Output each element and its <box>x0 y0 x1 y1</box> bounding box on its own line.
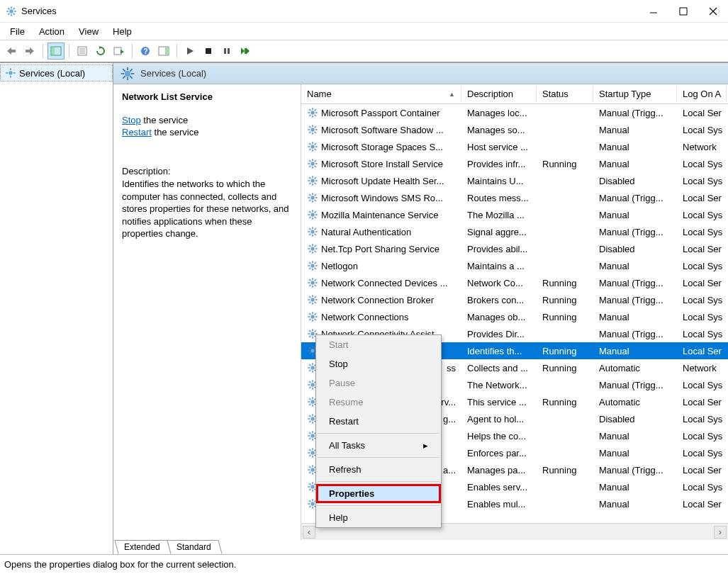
close-button[interactable] <box>707 5 719 18</box>
svg-line-202 <box>309 387 310 388</box>
table-row[interactable]: NetlogonMaintains a ...ManualLocal Sys <box>301 257 728 274</box>
svg-marker-15 <box>30 47 34 55</box>
cell-logon: Local Ser <box>677 242 727 256</box>
cm-pause[interactable]: Pause <box>316 373 441 393</box>
menu-help[interactable]: Help <box>106 24 139 39</box>
scroll-right-icon[interactable]: › <box>714 526 727 539</box>
cm-resume[interactable]: Resume <box>316 393 441 412</box>
pause-service-button[interactable] <box>218 43 235 60</box>
svg-rect-16 <box>26 50 30 52</box>
cell-status <box>537 111 593 114</box>
cell-logon: Local Ser <box>677 276 727 290</box>
tab-extended[interactable]: Extended <box>114 540 171 554</box>
svg-line-218 <box>309 415 310 417</box>
cell-startup: Manual (Trigg... <box>593 225 677 239</box>
svg-point-222 <box>310 434 314 437</box>
svg-line-92 <box>309 177 310 179</box>
svg-line-94 <box>309 183 310 184</box>
cell-logon: Local Sys <box>677 378 727 392</box>
cm-start[interactable]: Start <box>316 335 441 354</box>
table-row[interactable]: Mozilla Maintenance ServiceThe Mozilla .… <box>301 206 728 223</box>
svg-point-249 <box>310 485 314 488</box>
cell-startup: Manual <box>593 259 677 273</box>
cell-desc: Maintains a ... <box>461 259 537 273</box>
column-description[interactable]: Description <box>461 86 537 102</box>
table-row[interactable]: Microsoft Software Shadow ...Manages so.… <box>301 121 728 138</box>
refresh-button[interactable] <box>92 43 109 60</box>
cell-startup: Manual <box>593 208 677 222</box>
svg-line-111 <box>315 217 316 218</box>
column-logon[interactable]: Log On A <box>677 86 727 102</box>
table-row[interactable]: Network Connected Devices ...Network Co.… <box>301 274 728 291</box>
cm-refresh[interactable]: Refresh <box>316 460 441 479</box>
svg-point-96 <box>310 196 314 199</box>
action-pane-button[interactable] <box>155 43 172 60</box>
show-hide-console-tree-button[interactable] <box>47 43 65 60</box>
column-name[interactable]: Name▲ <box>301 86 461 102</box>
tab-standard[interactable]: Standard <box>167 540 222 554</box>
svg-marker-13 <box>7 47 11 55</box>
title-bar: Services <box>0 0 728 23</box>
back-button[interactable] <box>3 43 20 60</box>
cell-desc: This service ... <box>461 395 537 409</box>
start-service-button[interactable] <box>181 43 198 60</box>
menu-file[interactable]: File <box>3 24 32 39</box>
table-row[interactable]: Microsoft Storage Spaces S...Host servic… <box>301 138 728 155</box>
svg-line-102 <box>315 200 316 201</box>
svg-point-123 <box>310 247 314 250</box>
column-status[interactable]: Status <box>537 86 593 102</box>
cm-help[interactable]: Help <box>316 508 441 527</box>
stop-suffix: the service <box>141 115 188 125</box>
svg-line-256 <box>309 489 310 490</box>
svg-point-87 <box>310 179 314 182</box>
properties-button[interactable] <box>74 43 91 60</box>
cm-stop[interactable]: Stop <box>316 354 441 373</box>
minimize-button[interactable] <box>647 5 660 18</box>
stop-service-link[interactable]: Stop <box>122 115 141 125</box>
tree-item-services-local[interactable]: Services (Local) <box>0 64 113 81</box>
svg-line-7 <box>8 13 9 14</box>
gear-icon <box>121 67 135 81</box>
stop-service-button[interactable] <box>200 43 217 60</box>
svg-line-103 <box>309 200 310 201</box>
scroll-left-icon[interactable]: ‹ <box>303 526 315 539</box>
cell-status: Running <box>537 361 593 375</box>
cell-logon: Local Ser <box>677 395 727 409</box>
cm-all-tasks[interactable]: All Tasks▸ <box>316 436 441 455</box>
table-row[interactable]: Net.Tcp Port Sharing ServiceProvides abi… <box>301 240 728 257</box>
restart-service-link[interactable]: Restart <box>122 127 152 137</box>
svg-line-121 <box>309 234 310 235</box>
cell-name: Microsoft Passport Container <box>301 106 461 120</box>
svg-line-156 <box>315 302 316 303</box>
svg-line-173 <box>309 330 310 332</box>
cm-properties[interactable]: Properties <box>316 484 441 503</box>
maximize-button[interactable] <box>677 5 690 18</box>
column-startup-type[interactable]: Startup Type <box>593 86 677 102</box>
help-button[interactable]: ? <box>137 43 154 60</box>
table-row[interactable]: Natural AuthenticationSignal aggre...Man… <box>301 223 728 240</box>
cell-desc: Collects and ... <box>461 361 537 375</box>
svg-rect-10 <box>680 8 687 15</box>
cell-status <box>537 230 593 233</box>
svg-line-165 <box>315 319 316 320</box>
cm-restart[interactable]: Restart <box>316 412 441 431</box>
cell-startup: Manual (Trigg... <box>593 378 677 392</box>
table-row[interactable]: Microsoft Store Install ServiceProvides … <box>301 155 728 172</box>
cell-startup: Manual <box>593 310 677 324</box>
svg-line-254 <box>309 483 310 485</box>
forward-button[interactable] <box>21 43 38 60</box>
menu-action[interactable]: Action <box>32 24 72 39</box>
svg-line-209 <box>309 398 310 400</box>
restart-service-button[interactable] <box>237 43 254 60</box>
menu-view[interactable]: View <box>72 24 106 39</box>
cell-startup: Manual (Trigg... <box>593 191 677 205</box>
export-list-button[interactable] <box>111 43 128 60</box>
svg-line-49 <box>123 76 125 78</box>
table-row[interactable]: Network Connection BrokerBrokers con...R… <box>301 291 728 308</box>
svg-rect-31 <box>206 48 211 54</box>
svg-line-211 <box>309 404 310 405</box>
table-row[interactable]: Network ConnectionsManages ob...RunningM… <box>301 308 728 325</box>
table-row[interactable]: Microsoft Windows SMS Ro...Routes mess..… <box>301 189 728 206</box>
table-row[interactable]: Microsoft Update Health Ser...Maintains … <box>301 172 728 189</box>
table-row[interactable]: Microsoft Passport ContainerManages loc.… <box>301 104 728 121</box>
